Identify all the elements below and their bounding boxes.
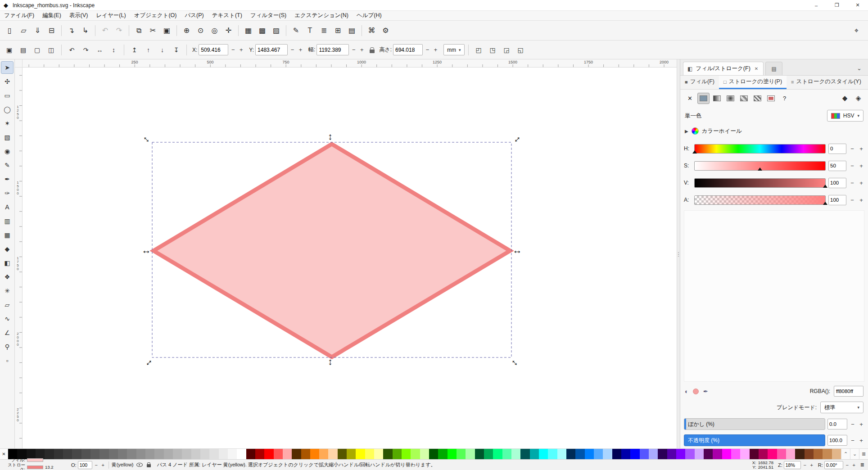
palette-swatch[interactable] (301, 449, 310, 459)
color-managed-icon[interactable]: ◐ (685, 388, 688, 395)
palette-swatch[interactable] (292, 449, 301, 459)
palette-swatch[interactable] (420, 449, 429, 459)
y-increment-button[interactable]: + (297, 44, 304, 55)
value-slider[interactable] (694, 178, 826, 188)
y-decrement-button[interactable]: − (289, 44, 296, 55)
drawing-surface[interactable]: ↔↔↔↔↔↔↔↔ (23, 68, 677, 448)
flip-vertical-button[interactable]: ↕ (107, 43, 120, 56)
paint-pattern-button[interactable] (751, 93, 764, 104)
palette-swatch[interactable] (182, 449, 191, 459)
palette-swatch[interactable] (612, 449, 621, 459)
lower-button[interactable]: ↓ (156, 43, 169, 56)
new-document-button[interactable]: ▯ (3, 23, 17, 37)
saturation-decrement-button[interactable]: − (849, 161, 855, 171)
fill-rule-evenodd-button[interactable]: ◈ (852, 93, 864, 104)
fill-swatch[interactable] (27, 458, 43, 462)
transform-affect-corners-button[interactable]: ◳ (486, 43, 499, 56)
palette-swatch[interactable] (475, 449, 484, 459)
import-image-button[interactable]: ↴ (64, 23, 78, 37)
dock-splitter[interactable]: ⋮ (677, 59, 680, 448)
palette-swatch[interactable] (759, 449, 768, 459)
palette-swatch[interactable] (704, 449, 713, 459)
flip-horizontal-button[interactable]: ↔ (93, 43, 106, 56)
zoom-tool[interactable]: ⚲ (1, 340, 14, 353)
calligraphy-tool[interactable]: ✑ (1, 187, 14, 199)
palette-swatch[interactable] (640, 449, 649, 459)
object-opacity-decrement-button[interactable]: − (94, 461, 99, 469)
saturation-slider[interactable] (694, 161, 826, 171)
gradient-tool[interactable]: ▥ (1, 215, 14, 227)
vertical-ruler[interactable]: 1 2 5 01 5 0 01 7 5 02 0 0 02 2 5 0 (15, 68, 23, 448)
palette-scroll-up-button[interactable]: ⌃ (841, 449, 850, 459)
palette-swatch[interactable] (118, 449, 127, 459)
menu-item[interactable]: ファイル(F) (0, 11, 38, 20)
palette-swatch[interactable] (777, 449, 786, 459)
opacity-decrement-button[interactable]: − (850, 435, 856, 446)
opacity-increment-button[interactable]: + (858, 435, 864, 446)
raise-to-top-button[interactable]: ↥ (128, 43, 141, 56)
blur-slider[interactable]: ぼかし (%) (684, 418, 825, 430)
unlink-clone-button[interactable]: ▨ (269, 23, 283, 37)
palette-swatch[interactable] (823, 449, 832, 459)
palette-swatch[interactable] (685, 449, 694, 459)
palette-swatch[interactable] (575, 449, 584, 459)
text-tool[interactable]: A (1, 201, 14, 213)
value-decrement-button[interactable]: − (849, 178, 855, 188)
maximize-button[interactable]: ❐ (827, 0, 847, 10)
palette-swatch[interactable] (630, 449, 639, 459)
xml-editor-button[interactable]: ⊞ (331, 23, 345, 37)
minimize-button[interactable]: – (806, 0, 827, 10)
alpha-decrement-button[interactable]: − (849, 195, 855, 205)
selection-handle-sw[interactable]: ↔ (140, 354, 154, 368)
close-button[interactable]: ✕ (847, 0, 868, 10)
palette-swatch[interactable] (264, 449, 273, 459)
saturation-slider-marker[interactable] (758, 167, 762, 171)
palette-swatch[interactable] (795, 449, 804, 459)
selection-handle-nw[interactable]: ↔ (140, 131, 154, 145)
zoom-to-selection-button[interactable]: ⊕ (180, 23, 194, 37)
height-decrement-button[interactable]: − (424, 44, 431, 55)
statusbar-menu-icon[interactable]: ≣ (860, 462, 864, 468)
tab-stroke-style[interactable]: ≡ストロークのスタイル(Y) (787, 76, 866, 89)
palette-swatch[interactable] (667, 449, 676, 459)
alpha-input[interactable] (828, 195, 846, 205)
palette-swatch[interactable] (768, 449, 777, 459)
x-decrement-button[interactable]: − (230, 44, 236, 55)
palette-swatch[interactable] (786, 449, 795, 459)
palette-swatch[interactable] (520, 449, 529, 459)
dock-collapse-button[interactable]: ⌄ (857, 65, 865, 75)
paint-bucket-tool[interactable]: ◧ (1, 257, 14, 269)
transform-affect-pattern-button[interactable]: ◱ (514, 43, 527, 56)
palette-swatch[interactable] (539, 449, 548, 459)
rotate-cw-button[interactable]: ↷ (79, 43, 92, 56)
transform-affect-stroke-button[interactable]: ◰ (472, 43, 485, 56)
fill-stroke-dialog-button[interactable]: ✎ (289, 23, 303, 37)
palette-swatch[interactable] (365, 449, 374, 459)
rgba-input[interactable] (834, 386, 863, 397)
close-icon[interactable]: ✕ (754, 65, 759, 72)
palette-swatch[interactable] (621, 449, 630, 459)
zoom-to-drawing-button[interactable]: ⊙ (194, 23, 208, 37)
palette-swatch[interactable] (328, 449, 337, 459)
hue-slider-marker[interactable] (692, 150, 697, 154)
palette-swatch[interactable] (805, 449, 814, 459)
toggle-touch-select-button[interactable]: ◫ (45, 43, 58, 56)
menu-item[interactable]: オブジェクト(O) (130, 11, 181, 20)
rectangle-tool[interactable]: ▭ (1, 89, 14, 102)
lock-ratio-button[interactable] (368, 47, 376, 53)
menu-item[interactable]: 編集(E) (38, 11, 65, 20)
opacity-slider[interactable]: 不透明度 (%) (684, 434, 825, 446)
palette-swatch[interactable] (814, 449, 823, 459)
palette-swatch[interactable] (566, 449, 575, 459)
selection-handle-ne[interactable]: ↔ (509, 131, 523, 145)
pages-tool[interactable]: ▫ (1, 354, 14, 367)
palette-swatch[interactable] (200, 449, 209, 459)
paint-swatch-button[interactable] (765, 93, 777, 104)
palette-swatch[interactable] (713, 449, 722, 459)
palette-swatch[interactable] (429, 449, 438, 459)
palette-swatch[interactable] (173, 449, 182, 459)
palette-swatch[interactable] (393, 449, 402, 459)
selector-tool[interactable]: ➤ (1, 61, 14, 74)
palette-menu-button[interactable]: ≣ (859, 449, 868, 459)
zoom-input[interactable] (784, 461, 801, 469)
